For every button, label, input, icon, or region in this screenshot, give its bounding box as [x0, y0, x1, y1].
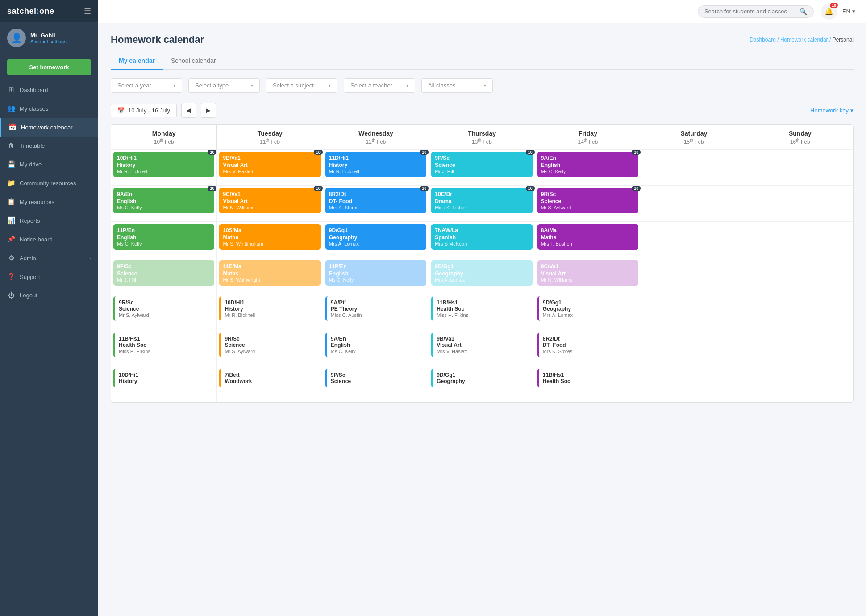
homework-card[interactable]: 9D/Gg1 Geography: [431, 369, 532, 387]
homework-card[interactable]: 10D/Hi1 History: [113, 369, 214, 387]
homework-card[interactable]: 8R2/Dt DT- Food Mrs K. Stores: [537, 333, 638, 357]
class-label: 9A/En: [117, 191, 211, 198]
homework-card[interactable]: 9A/Pt1 PE Theory Miss C. Austin: [325, 296, 426, 321]
filter-teacher[interactable]: Select a teacher ▾: [344, 78, 415, 93]
hamburger-icon[interactable]: ☰: [84, 6, 91, 16]
cal-cell: [641, 366, 747, 402]
homework-card[interactable]: 11B/Hs1 Health Soc Miss H. Filkins: [113, 333, 214, 357]
homework-card[interactable]: 8A/Ma Maths Mrs T. Bushen: [537, 224, 638, 250]
sidebar-item-my-resources[interactable]: 📋 My resources: [0, 192, 98, 211]
class-label: 9R/Sc: [541, 191, 635, 198]
subject-label: Visual Art: [541, 271, 635, 277]
homework-card[interactable]: 11E/Ma Maths Mr S. Wainwright: [219, 260, 320, 286]
homework-card[interactable]: 7NAW/La Spanish Mrs S McKean: [431, 224, 532, 250]
homework-card[interactable]: 9R/Sc Science Mr S. Aylward: [113, 296, 214, 321]
homework-card[interactable]: 10 8R2/Dt DT- Food Mrs K. Stores: [325, 188, 426, 213]
tab-school-calendar[interactable]: School calendar: [163, 53, 224, 70]
subject-label: Geography: [543, 306, 571, 312]
homework-card[interactable]: 10 9P/Sc Science Mr J. Hill: [431, 152, 532, 177]
calendar-header: Monday 10th Feb Tuesday 11th Feb Wednesd…: [111, 125, 853, 149]
sidebar-item-notice-board[interactable]: 📌 Notice board: [0, 230, 98, 249]
homework-card[interactable]: 10S/Ma Maths Mr S. Whittingham: [219, 224, 320, 250]
homework-card[interactable]: 10 9R/Sc Science Mr S. Aylward: [537, 188, 638, 213]
homework-badge: 10: [632, 150, 641, 155]
homework-card[interactable]: 10D/Hi1 History Mr R. Bicknell: [219, 296, 320, 321]
breadcrumb-dashboard[interactable]: Dashboard: [749, 37, 776, 43]
sidebar-item-my-classes[interactable]: 👥 My classes: [0, 99, 98, 118]
filter-year[interactable]: Select a year ▾: [111, 78, 182, 93]
cal-cell: [641, 186, 747, 221]
teacher-label: Mrs S McKean: [435, 241, 529, 246]
homework-card[interactable]: 10 9A/En English Ms C. Kelly: [537, 152, 638, 177]
homework-card[interactable]: 10 10C/Dr Drama Miss K. Fisher: [431, 188, 532, 213]
cal-cell: 9P/Sc Science: [323, 366, 429, 402]
homework-card[interactable]: 9P/Sc Science: [325, 369, 426, 387]
breadcrumb-homework-calendar[interactable]: Homework calendar: [780, 37, 828, 43]
homework-card[interactable]: 7/Bett Woodwork: [219, 369, 320, 387]
subject-label: Visual Art: [223, 162, 316, 168]
subject-label: Visual Art: [223, 198, 316, 204]
tab-my-calendar[interactable]: My calendar: [111, 53, 163, 70]
subject-label: English: [329, 271, 423, 277]
filter-label-year: Select a year: [117, 82, 151, 89]
search-bar[interactable]: 🔍: [698, 5, 814, 18]
language-selector[interactable]: EN ▾: [842, 8, 855, 15]
sidebar-item-community-resources[interactable]: 📁 Community resources: [0, 174, 98, 192]
filter-type[interactable]: Select a type ▾: [188, 78, 260, 93]
sidebar-item-my-drive[interactable]: 💾 My drive: [0, 155, 98, 174]
homework-card[interactable]: 9D/Gg1 Geography Mrs A. Lomax: [325, 224, 426, 250]
homework-card[interactable]: 9D/Gg1 Geography Mrs A. Lomax: [537, 296, 638, 321]
cal-cell: 9B/Va1 Visual Art Mrs V. Haslett: [429, 330, 535, 366]
search-input[interactable]: [704, 8, 797, 15]
homework-card[interactable]: 11P/En English Ms C. Kelly: [325, 260, 426, 286]
homework-card[interactable]: 10 9B/Va1 Visual Art Mrs V. Haslett: [219, 152, 320, 177]
sidebar-item-reports[interactable]: 📊 Reports: [0, 211, 98, 230]
teacher-label: Mr J. Hill: [435, 169, 529, 174]
homework-card[interactable]: 9D/Gg1 Geography Mrs A. Lomax: [431, 260, 532, 286]
sidebar-item-dashboard[interactable]: ⊞ Dashboard: [0, 80, 98, 99]
teacher-label: Mr S. Aylward: [541, 205, 635, 210]
homework-card[interactable]: 11P/En English Ms C. Kelly: [113, 224, 214, 250]
cal-cell: 10 11D/Hi1 History Mr R. Bicknell: [323, 150, 429, 185]
teacher-label: Ms C. Kelly: [331, 349, 423, 354]
sidebar-item-timetable[interactable]: 🗓 Timetable: [0, 137, 98, 155]
cal-cell: [747, 258, 853, 294]
next-week-button[interactable]: ▶: [201, 103, 216, 118]
homework-card[interactable]: 9P/Sc Science Mr J. Hill: [113, 260, 214, 286]
homework-card[interactable]: 9B/Va1 Visual Art Mrs V. Haslett: [431, 333, 532, 357]
homework-card[interactable]: 10 9C/Va1 Visual Art Mr N. Williams: [219, 188, 320, 213]
homework-card[interactable]: 9A/En English Ms C. Kelly: [325, 333, 426, 357]
homework-card[interactable]: 10 9A/En English Ms C. Kelly: [113, 188, 214, 213]
cal-cell: 9C/Va1 Visual Art Mr N. Williams: [535, 258, 641, 294]
cal-cell: 7NAW/La Spanish Mrs S McKean: [429, 222, 535, 258]
homework-key-button[interactable]: Homework key ▾: [810, 107, 854, 114]
subject-label: History: [119, 378, 137, 384]
filter-classes[interactable]: All classes ▾: [421, 78, 493, 93]
homework-card[interactable]: 10 11D/Hi1 History Mr R. Bicknell: [325, 152, 426, 177]
teacher-label: Ms C. Kelly: [117, 205, 211, 210]
class-label: 10D/Hi1: [117, 155, 211, 162]
subject-label: Health Soc: [437, 306, 464, 312]
subject-label: Spanish: [435, 234, 529, 241]
account-settings-link[interactable]: Account settings: [30, 39, 67, 44]
filter-subject[interactable]: Select a subject ▾: [266, 78, 337, 93]
sidebar-item-logout[interactable]: ⏻ Logout: [0, 286, 98, 304]
sidebar-item-homework-calendar[interactable]: 📅 Homework calendar: [0, 118, 98, 137]
homework-card[interactable]: 9C/Va1 Visual Art Mr N. Williams: [537, 260, 638, 286]
date-range-button[interactable]: 📅 10 July - 16 July: [111, 104, 177, 117]
homework-card[interactable]: 11B/Hs1 Health Soc Miss H. Filkins: [431, 296, 532, 321]
sidebar-item-admin[interactable]: ⚙ Admin ›: [0, 249, 98, 267]
filter-chevron-year-icon: ▾: [173, 83, 175, 88]
class-label: 10C/Dr: [435, 191, 529, 198]
class-label: 7/Bett: [225, 372, 316, 378]
sidebar-item-support[interactable]: ❓ Support: [0, 267, 98, 286]
notifications-button[interactable]: 🔔 10: [821, 4, 837, 20]
prev-week-button[interactable]: ◀: [181, 103, 196, 118]
homework-card[interactable]: 9R/Sc Science Mr S. Aylward: [219, 333, 320, 357]
set-homework-button[interactable]: Set homework: [7, 59, 91, 75]
date-range-label: 10 July - 16 July: [128, 107, 170, 114]
cal-cell: 10D/Hi1 History: [111, 366, 217, 402]
homework-card[interactable]: 11B/Hs1 Health Soc: [537, 369, 638, 387]
cal-cell: 10 9R/Sc Science Mr S. Aylward: [535, 186, 641, 221]
homework-card[interactable]: 10 10D/Hi1 History Mr R. Bicknell: [113, 152, 214, 177]
